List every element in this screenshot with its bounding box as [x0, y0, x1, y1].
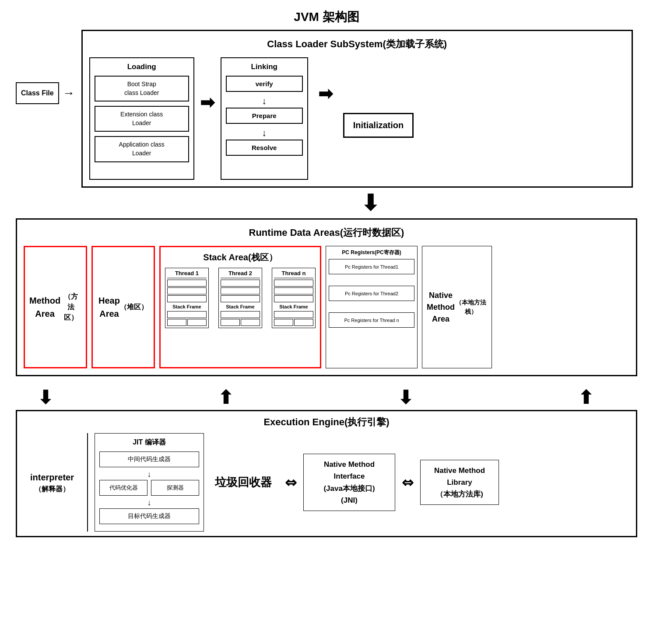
pc-title: PC Registers(PC寄存器): [329, 249, 414, 256]
jit-item-2: 代码优化器: [99, 480, 147, 496]
linking-box: Linking verify ↓ Prepare ↓ Resolve: [221, 57, 308, 180]
classloader-system: Class Loader SubSystem(类加载子系统) Loading B…: [81, 30, 633, 188]
gc-box: 垃圾回收器: [208, 475, 278, 490]
arrow-runtime-to-native-down: ⬇: [398, 387, 413, 408]
thread-n-label: Thread n: [274, 270, 313, 278]
page-title: JVM 架构图: [9, 9, 644, 25]
pc-item-2: Pc Registers for Thread2: [329, 286, 414, 301]
pc-registers: PC Registers(PC寄存器) Pc Registers for Thr…: [326, 246, 418, 368]
stack-title: Stack Area(栈区）: [165, 252, 316, 263]
heap-area: HeapArea（堆区）: [91, 246, 155, 368]
runtime-title: Runtime Data Areas(运行时数据区): [24, 226, 629, 239]
pc-item-1: Pc Registers for Thread1: [329, 259, 414, 274]
jit-item-1: 中间代码生成器: [99, 452, 199, 467]
execution-title: Execution Engine(执行引擎): [24, 416, 629, 429]
loading-box: Loading Boot Strapclass Loader Extension…: [89, 57, 194, 180]
thread-1-col: Thread 1 Stack Frame: [165, 268, 209, 328]
application-loader: Application classLoader: [95, 136, 189, 162]
native-method-area: NativeMethodArea（本地方法栈）: [422, 246, 492, 368]
prepare-item: Prepare: [226, 108, 303, 124]
extension-loader: Extension classLoader: [95, 106, 189, 132]
jit-detector: 探测器: [151, 480, 199, 496]
arrow-native-to-runtime-up: ⬆: [578, 387, 593, 408]
loading-title: Loading: [95, 63, 189, 71]
arrow-exec-to-runtime-up: ⬆: [218, 387, 233, 408]
linking-title: Linking: [226, 63, 303, 71]
thread-2-col: Thread 2 Stack Frame: [218, 268, 262, 328]
stack-frame-1: Stack Frame: [167, 304, 207, 309]
method-area: MethodArea（方法区）: [24, 246, 87, 368]
jit-item-3: 目标代码生成器: [99, 508, 199, 524]
jit-arrow-2: ↓: [99, 498, 199, 508]
init-box: Initialization: [343, 113, 414, 138]
stack-area: Stack Area(栈区） Thread 1 Stack Frame Thre…: [159, 246, 321, 368]
jit-arrow-1: ↓: [99, 470, 199, 479]
verify-item: verify: [226, 76, 303, 92]
class-file-box: Class File: [16, 82, 59, 104]
arrow-linking-to-init: ➡: [308, 84, 343, 104]
native-library-box: Native MethodLibrary（本地方法库): [420, 460, 499, 505]
bootstrap-loader: Boot Strapclass Loader: [95, 76, 189, 102]
pc-item-n: Pc Registers for Thread n: [329, 312, 414, 328]
arrow-right-to-classloader: →: [63, 86, 75, 100]
stack-frame-n: Stack Frame: [274, 304, 313, 309]
thread-2-label: Thread 2: [221, 270, 260, 278]
classloader-title: Class Loader SubSystem(类加载子系统): [89, 38, 625, 51]
arrow-cl-to-runtime: ⬇: [103, 192, 637, 214]
arrow-runtime-to-exec-down: ⬇: [38, 387, 53, 408]
arrow-loading-to-linking: ➡: [194, 92, 221, 112]
double-arrow-native-lib: ⇔: [402, 474, 414, 491]
jit-title: JIT 编译器: [99, 438, 199, 447]
runtime-area: Runtime Data Areas(运行时数据区) MethodArea（方法…: [16, 218, 637, 376]
thread-1-label: Thread 1: [167, 270, 207, 278]
interpreter-box: interpreter（解释器）: [24, 471, 81, 494]
execution-engine: Execution Engine(执行引擎) interpreter（解释器） …: [16, 410, 637, 537]
native-interface-box: Native MethodInterface(Java本地接口)(JNI): [303, 454, 395, 511]
thread-n-col: Thread n Stack Frame: [272, 268, 316, 328]
double-arrow-gc-native: ⇔: [285, 474, 297, 491]
jit-box: JIT 编译器 中间代码生成器 ↓ 代码优化器 探测器 ↓ 目标代码生成器: [95, 433, 204, 532]
stack-frame-2: Stack Frame: [221, 304, 260, 309]
resolve-item: Resolve: [226, 140, 303, 156]
